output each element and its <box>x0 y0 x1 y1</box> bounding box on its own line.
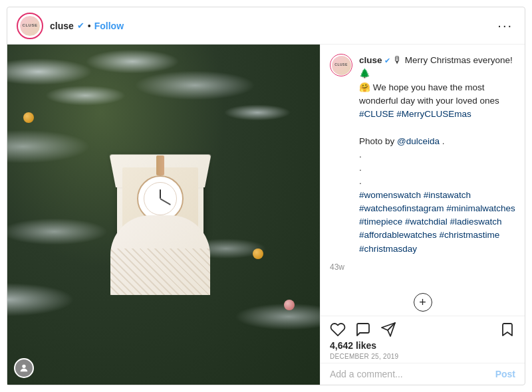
bookmark-icon <box>499 322 515 338</box>
caption-area: CLUSE cluse ✔ 🎙 Merry Christmas everyone… <box>321 45 525 289</box>
hand-sleeve <box>110 215 210 295</box>
post-header: CLUSE cluse ✔ • Follow ··· <box>7 7 525 45</box>
post-image <box>7 45 320 385</box>
add-comment-circle-button[interactable]: + <box>414 293 432 312</box>
instagram-post: CLUSE cluse ✔ • Follow ··· <box>7 7 525 385</box>
share-button[interactable] <box>380 322 396 338</box>
caption-avatar-inner: CLUSE <box>332 56 351 75</box>
watch-band-top <box>156 155 164 175</box>
add-comment-icon-area: + <box>321 293 525 312</box>
user-icon <box>19 363 29 373</box>
more-options-button[interactable]: ··· <box>495 18 515 33</box>
comment-input-row: Post <box>321 363 525 385</box>
comment-input-field[interactable] <box>330 369 495 379</box>
share-icon <box>380 322 396 338</box>
dot-separator: • <box>88 21 91 31</box>
watch-hour-hand <box>160 189 161 199</box>
svg-point-0 <box>22 365 25 368</box>
comment-button[interactable] <box>355 322 371 338</box>
ornament-3 <box>23 112 34 123</box>
caption-avatar[interactable]: CLUSE <box>330 54 352 76</box>
post-date: December 25, 2019 <box>330 353 515 360</box>
header-top: cluse ✔ • Follow <box>50 21 495 31</box>
follow-button[interactable]: Follow <box>94 21 124 31</box>
post-body: CLUSE cluse ✔ 🎙 Merry Christmas everyone… <box>7 45 525 385</box>
hashtag-merrycluse[interactable]: #MerryCLUSEmas <box>396 109 471 119</box>
post-right-panel: CLUSE cluse ✔ 🎙 Merry Christmas everyone… <box>320 45 525 385</box>
caption-body: 🎙 Merry Christmas everyone! 🌲🤗 We hope y… <box>359 55 515 254</box>
sleeve-pattern <box>110 248 210 295</box>
bookmark-button[interactable] <box>499 322 515 338</box>
mention-dulceida[interactable]: @dulceida <box>397 136 440 146</box>
like-button[interactable] <box>330 322 346 338</box>
image-background <box>7 45 320 385</box>
caption-header: CLUSE cluse ✔ 🎙 Merry Christmas everyone… <box>330 54 515 256</box>
hashtag-cluse[interactable]: #CLUSE <box>359 109 394 119</box>
header-username[interactable]: cluse <box>50 21 74 31</box>
post-comment-button[interactable]: Post <box>495 369 515 379</box>
caption-username[interactable]: cluse <box>359 55 382 65</box>
watch-dial <box>144 182 177 215</box>
caption-text: cluse ✔ 🎙 Merry Christmas everyone! 🌲🤗 W… <box>359 54 515 256</box>
caption-verified-icon: ✔ <box>384 56 390 64</box>
heart-icon <box>330 322 346 338</box>
header-info: cluse ✔ • Follow <box>50 21 495 31</box>
watch-minute-hand <box>160 198 171 205</box>
post-actions: 4,642 likes December 25, 2019 <box>321 316 525 363</box>
hashtags-block[interactable]: #womenswatch #instawatch #watchesofinsta… <box>359 190 515 254</box>
caption-timestamp: 43w <box>330 262 515 272</box>
watch-scene <box>97 149 230 295</box>
user-avatar-corner[interactable] <box>14 358 34 378</box>
verified-icon: ✔ <box>77 21 84 31</box>
likes-count: 4,642 likes <box>330 340 515 351</box>
comment-icon <box>355 322 371 338</box>
action-buttons-row <box>330 322 515 338</box>
profile-avatar[interactable]: CLUSE <box>17 13 43 39</box>
